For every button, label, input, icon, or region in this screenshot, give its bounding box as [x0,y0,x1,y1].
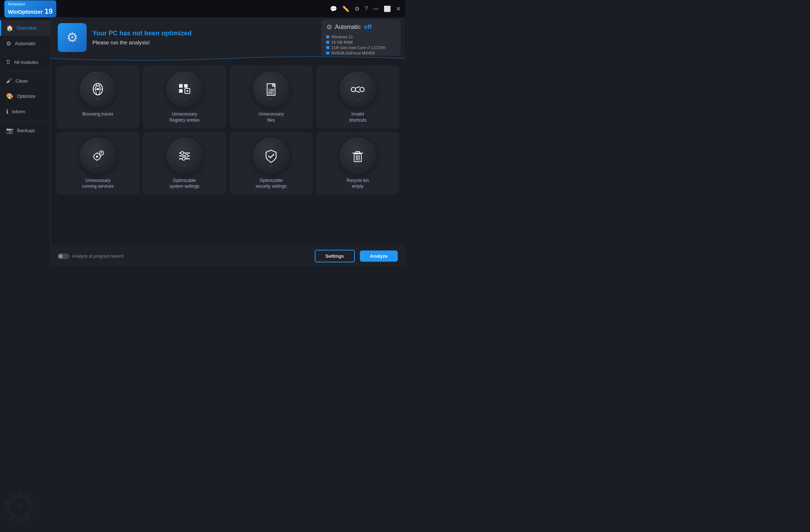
cpu-label: 11th Gen Intel Core i7-11370H [331,45,386,50]
toggle-label: Analyze at program launch [72,254,124,259]
running-services-dial [80,138,116,174]
gpu-label: NVIDIA GeForce MX450 [331,51,375,55]
os-dot [326,35,329,38]
cards-area: Browsing traces Unnecess [51,62,405,246]
svg-text:001: 001 [268,91,274,95]
sidebar-label-backups: Backups [17,128,35,133]
card-browsing-traces[interactable]: Browsing traces [56,66,139,128]
inform-icon: ℹ [6,108,8,115]
app-version: 19 [45,6,53,16]
system-info: Windows 11 16 GB RAM 11th Gen Intel Core… [326,35,396,55]
recycle-bin-dial [340,138,376,174]
security-settings-label: Optimizablesecurity settings [256,178,287,190]
sidebar-item-overview[interactable]: 🏠 Overview [0,20,50,36]
sidebar-divider-1 [4,53,47,53]
registry-entries-dial [166,71,202,108]
ram-label: 16 GB RAM [331,40,353,44]
help-icon[interactable]: ? [365,5,368,12]
card-recycle-bin[interactable]: Recycle binempty [316,132,399,195]
sidebar-label-clean: Clean [16,78,28,84]
browsing-traces-dial [80,71,116,108]
automatic-settings-icon: ⚙ [326,23,332,31]
grid-icon: ⠿ [6,59,10,66]
title-bar-icons: 💬 ✏️ ⚙ ? — ⬜ ✕ [330,5,401,12]
svg-point-24 [185,154,188,157]
header-icon-box: ⚙ [58,23,87,52]
sidebar-label-all-modules: All modules [14,60,38,65]
registry-label: UnnecessaryRegistry entries [169,111,199,123]
maximize-icon[interactable]: ⬜ [384,5,391,12]
minimize-icon[interactable]: — [373,5,379,12]
sys-ram: 16 GB RAM [326,40,396,44]
settings-button[interactable]: Settings [315,250,355,262]
analyze-button[interactable]: Analyze [360,250,398,262]
sidebar-item-all-modules[interactable]: ⠿ All modules [0,54,50,70]
svg-point-23 [181,152,184,154]
shortcuts-label: Invalidshortcuts [349,111,367,123]
app-brand: Ashampoo [8,2,53,6]
unnecessary-files-dial: 100 001 [253,71,289,108]
recycle-bin-label: Recycle binempty [347,178,369,190]
sidebar-divider-3 [4,121,47,121]
sys-gpu: NVIDIA GeForce MX450 [326,51,396,55]
cpu-dot [326,46,329,49]
svg-rect-6 [179,89,183,93]
card-security-settings[interactable]: Optimizablesecurity settings [230,132,313,195]
security-settings-dial [253,138,289,174]
card-system-settings[interactable]: Optimizablesystem settings [143,132,226,195]
clean-icon: 🖌 [6,78,12,84]
wave-separator [51,56,405,62]
services-label: Unnecessaryrunning services [82,178,113,190]
sidebar-item-backups[interactable]: 📷 Backups [0,123,50,138]
gear-icon[interactable]: ⚙ [354,5,360,12]
card-registry-entries[interactable]: UnnecessaryRegistry entries [143,66,226,128]
header-gear-icon: ⚙ [66,30,78,45]
sys-cpu: 11th Gen Intel Core i7-11370H [326,45,396,50]
sidebar-item-inform[interactable]: ℹ Inform [0,104,50,119]
toggle-wrap: Analyze at program launch [58,253,124,259]
svg-rect-4 [179,84,183,88]
svg-line-16 [356,91,360,92]
svg-point-3 [97,88,99,90]
os-label: Windows 11 [331,35,353,39]
bottom-bar: Analyze at program launch Settings Analy… [51,246,405,266]
sidebar-label-overview: Overview [17,25,36,31]
header-panel: ⚙ Your PC has not been optimized Please … [51,17,405,56]
browsing-traces-label: Browsing traces [82,111,113,117]
svg-point-14 [360,87,364,92]
sidebar-divider-2 [4,71,47,72]
card-unnecessary-files[interactable]: 100 001 Unnecessaryfiles [230,66,313,128]
sidebar-label-inform: Inform [12,109,25,114]
sidebar-label-automatic: Automatic [15,41,36,46]
optimize-icon: 🎨 [6,93,13,100]
svg-point-25 [182,157,185,160]
invalid-shortcuts-dial [340,71,376,108]
svg-line-15 [356,87,360,88]
auto-title-text: Automatic off [335,24,371,30]
automatic-icon: ⚙ [6,40,11,47]
auto-status: off [364,24,371,30]
app-name: WinOptimizer [8,8,43,16]
sidebar-label-optimize: Optimize [17,93,35,99]
card-running-services[interactable]: Unnecessaryrunning services [56,132,139,195]
gpu-dot [326,52,329,54]
content-area: ⚙ Your PC has not been optimized Please … [51,17,405,266]
sidebar: 🏠 Overview ⚙ Automatic ⠿ All modules 🖌 C… [0,17,51,266]
sys-os: Windows 11 [326,35,396,39]
card-invalid-shortcuts[interactable]: Invalidshortcuts [316,66,399,128]
ram-dot [326,41,329,44]
close-icon[interactable]: ✕ [396,5,401,12]
svg-point-13 [351,87,356,92]
system-settings-label: Optimizablesystem settings [170,178,200,190]
sidebar-item-optimize[interactable]: 🎨 Optimize [0,88,50,104]
chat-icon[interactable]: 💬 [330,5,337,12]
backups-icon: 📷 [6,127,13,134]
system-settings-dial [166,138,202,174]
analyze-toggle[interactable] [58,253,69,259]
main-layout: 🏠 Overview ⚙ Automatic ⠿ All modules 🖌 C… [0,17,405,266]
sidebar-item-automatic[interactable]: ⚙ Automatic [0,36,50,51]
home-icon: 🏠 [6,25,13,31]
sidebar-item-clean[interactable]: 🖌 Clean [0,73,50,88]
edit-icon[interactable]: ✏️ [342,5,349,12]
auto-header: ⚙ Automatic off [326,23,396,31]
